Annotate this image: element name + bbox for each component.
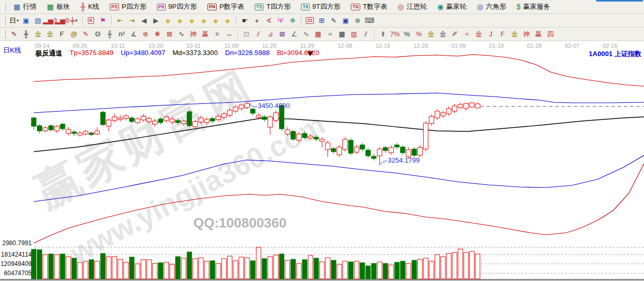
time-lines-button[interactable]: ╫ xyxy=(104,29,115,39)
menu-item-hexagon[interactable]: ◎六角形 xyxy=(472,1,510,13)
ray-fan-button[interactable]: ⫽ xyxy=(253,29,264,39)
menu-item-sectors[interactable]: ▩板块 xyxy=(42,1,74,13)
spiral-button[interactable]: @ xyxy=(68,29,80,39)
grid-tool-button[interactable]: ▦ xyxy=(312,29,324,39)
period-day-button[interactable]: 日▾ xyxy=(8,16,20,26)
menu-item-t-square[interactable]: TST四方形 xyxy=(250,1,295,13)
spider-web-button[interactable]: ❋ xyxy=(152,29,163,39)
fibonacci-button[interactable]: F xyxy=(56,29,68,39)
hand-tool-button[interactable]: ☛ xyxy=(239,16,251,26)
menu-item-yingjia-service[interactable]: $赢家服务 xyxy=(512,1,555,13)
grid-tool-3-button[interactable]: ▥ xyxy=(348,29,360,39)
gold-line-button[interactable]: 金 xyxy=(437,29,449,39)
shen-tool-button[interactable]: 神 xyxy=(188,29,199,39)
draw-pencil-2-button[interactable]: ✎ xyxy=(80,29,91,39)
candle-edit-icon: ✐ xyxy=(452,31,458,38)
calendar-button[interactable]: 21 xyxy=(304,16,316,26)
diamond-h-collapse-button[interactable]: ◈ xyxy=(198,16,209,26)
box-web-button[interactable]: ⊠ xyxy=(277,29,288,39)
bars-9-button[interactable]: ▂▅9 xyxy=(56,16,68,26)
gann-crosshair-button[interactable]: ⊕ xyxy=(140,29,151,39)
diamond-right-button[interactable]: ◈ xyxy=(174,16,186,26)
gann-shape-button[interactable]: Ψ xyxy=(275,16,286,26)
candle-style-button[interactable]: ╪▾ xyxy=(68,16,80,26)
grid-123-button[interactable]: ⌗ xyxy=(212,29,223,39)
cycle-circle-button[interactable]: Θ xyxy=(92,29,103,39)
diamond-left-button[interactable]: ◈ xyxy=(162,16,174,26)
bars-3-button[interactable]: ▂▅3 xyxy=(44,16,56,26)
flag-button[interactable]: ⚑ xyxy=(97,16,109,26)
period-day-icon: 日 xyxy=(9,17,16,24)
volume-bar xyxy=(66,257,71,279)
volume-bar xyxy=(424,258,428,279)
percent-line-button[interactable]: % xyxy=(413,29,425,39)
n-square-button[interactable]: n² xyxy=(116,29,127,39)
next-bar-button[interactable]: ▶ xyxy=(150,16,162,26)
wave-lines-button[interactable]: ∿ xyxy=(300,29,312,39)
grid-x-button[interactable]: ⊠ xyxy=(164,29,175,39)
candle-body xyxy=(221,114,226,117)
candle-body xyxy=(49,126,54,130)
menu-item-p-square[interactable]: PSP四方形 xyxy=(105,1,151,13)
go-first-button[interactable]: ⇤ xyxy=(114,16,126,26)
fan-lines-button[interactable]: ∠ xyxy=(288,29,300,39)
shell-tool-button[interactable]: ❉ xyxy=(287,16,298,26)
wave-mark-button[interactable]: ∿ xyxy=(176,29,187,39)
draw-pencil-icon: ✎ xyxy=(11,31,17,38)
k-pattern-button[interactable]: K xyxy=(85,16,97,26)
grid-tool-2-button[interactable]: ▦ xyxy=(336,29,348,39)
volume-bar xyxy=(233,261,238,279)
golden-section-2-button[interactable]: 金 xyxy=(44,29,56,39)
h-measure-button[interactable]: ↔ xyxy=(224,29,235,39)
angle-tool-button[interactable]: ∢ xyxy=(263,16,274,26)
print-button[interactable]: ⌨ xyxy=(364,16,375,26)
menu-item-t-number-table[interactable]: TNT数字表 xyxy=(346,1,392,13)
menu-item-kline[interactable]: ╫K线 xyxy=(75,1,104,13)
ying-angle-icon: 赢 xyxy=(535,31,542,38)
wave-small-button[interactable]: ≈ xyxy=(324,29,336,39)
menu-item-yingjia-wheel[interactable]: ◉赢家轮 xyxy=(432,1,471,13)
diamond-h-expand-button[interactable]: ◈ xyxy=(186,16,198,26)
clipboard-button[interactable]: ▤ xyxy=(32,16,44,26)
go-last-button[interactable]: ⇥ xyxy=(126,16,138,26)
calculator-button[interactable]: ⊞ xyxy=(316,16,327,26)
candle-body xyxy=(348,140,353,153)
four-angle-button[interactable]: 四 xyxy=(545,29,556,39)
vert-lines-button[interactable]: ╫ xyxy=(20,29,32,39)
diamond-v-expand-button[interactable]: ◈ xyxy=(210,16,221,26)
scale-bars-button[interactable]: ‖ xyxy=(377,29,389,39)
gold-red-button[interactable]: 金 xyxy=(473,29,484,39)
crosshair-button[interactable]: ＋ xyxy=(251,16,262,26)
menu-item-gann-wheel[interactable]: ◎江恩轮 xyxy=(393,1,431,13)
f-angle-button[interactable]: F xyxy=(497,29,508,39)
diamond-all-button[interactable]: ◈ xyxy=(222,16,233,26)
menu-item-9t-square[interactable]: T99T四方形 xyxy=(296,1,345,13)
menu-item-p-number-table[interactable]: PNP数字表 xyxy=(203,1,249,13)
ying-tool-button[interactable]: 赢 xyxy=(200,29,211,39)
wave-channel-button[interactable]: ≈ xyxy=(461,29,472,39)
golden-section-button[interactable]: 金 xyxy=(32,29,44,39)
network-chart-button[interactable]: ▣ xyxy=(20,16,32,26)
angle-line-button[interactable]: ∡ xyxy=(128,29,139,39)
save-button[interactable]: ▣ xyxy=(340,16,351,26)
candle-body xyxy=(228,110,232,115)
frame-tool-button[interactable]: ⊡ xyxy=(241,29,252,39)
date-axis-label: 01-29 xyxy=(527,43,542,49)
parallel-lines-button[interactable]: ⫽ xyxy=(360,29,372,39)
gold-circle-button[interactable]: 金 xyxy=(425,29,437,39)
notes-button[interactable]: ✎ xyxy=(328,16,339,26)
web-link-button[interactable]: ⊕ xyxy=(352,16,363,26)
gold-angle-button[interactable]: 金 xyxy=(509,29,520,39)
prev-bar-button[interactable]: ◀ xyxy=(138,16,150,26)
candle-edit-button[interactable]: ✐ xyxy=(449,29,461,39)
draw-pencil-button[interactable]: ✎ xyxy=(8,29,20,39)
percent-button[interactable]: % xyxy=(401,29,413,39)
j-angle-button[interactable]: J xyxy=(485,29,496,39)
kline-chart[interactable]: 赢家财富网www.yingjia360.comQQ:1008003603450.… xyxy=(0,0,644,281)
box-rays-button[interactable]: ⊿ xyxy=(265,29,276,39)
menu-item-quotes[interactable]: ▦行情 xyxy=(9,1,41,13)
ying-angle-button[interactable]: 赢 xyxy=(533,29,544,39)
shen-angle-button[interactable]: 神 xyxy=(521,29,532,39)
menu-item-9p-square[interactable]: P99P四方形 xyxy=(152,1,202,13)
percent-down-button[interactable]: 7% xyxy=(389,29,401,39)
